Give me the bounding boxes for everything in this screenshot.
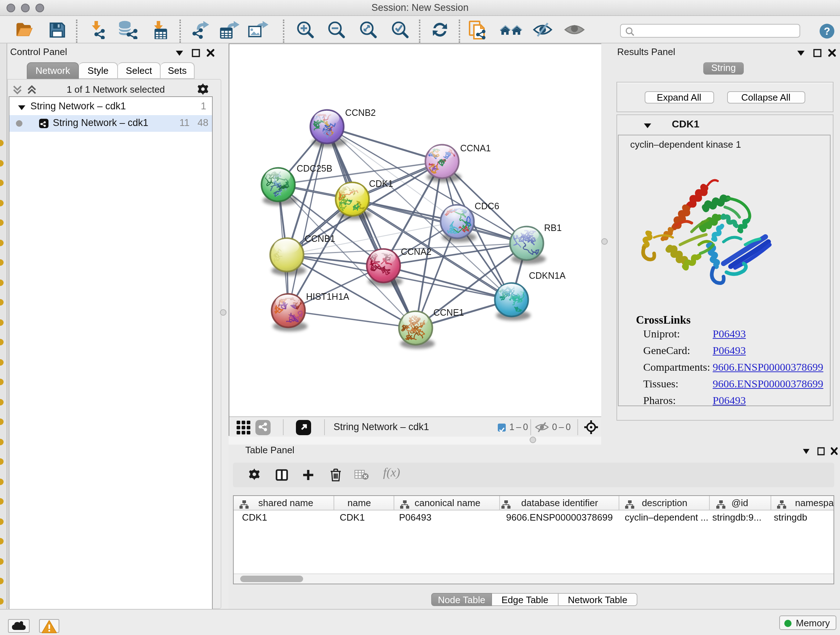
svg-text:CDC6: CDC6 — [475, 201, 499, 211]
svg-text:?: ? — [824, 25, 830, 37]
svg-text:CCNB1: CCNB1 — [305, 233, 335, 244]
svg-text:CDKN1A: CDKN1A — [529, 271, 566, 280]
svg-text:CCNA2: CCNA2 — [401, 247, 431, 257]
svg-text:CDC25B: CDC25B — [297, 163, 332, 173]
svg-text:RB1: RB1 — [544, 223, 562, 233]
svg-text:CCNB2: CCNB2 — [345, 108, 376, 118]
svg-text:CDK1: CDK1 — [369, 179, 393, 188]
svg-text:CCNE1: CCNE1 — [433, 307, 464, 318]
svg-text:HIST1H1A: HIST1H1A — [306, 291, 349, 302]
svg-text:CCNA1: CCNA1 — [460, 143, 491, 153]
